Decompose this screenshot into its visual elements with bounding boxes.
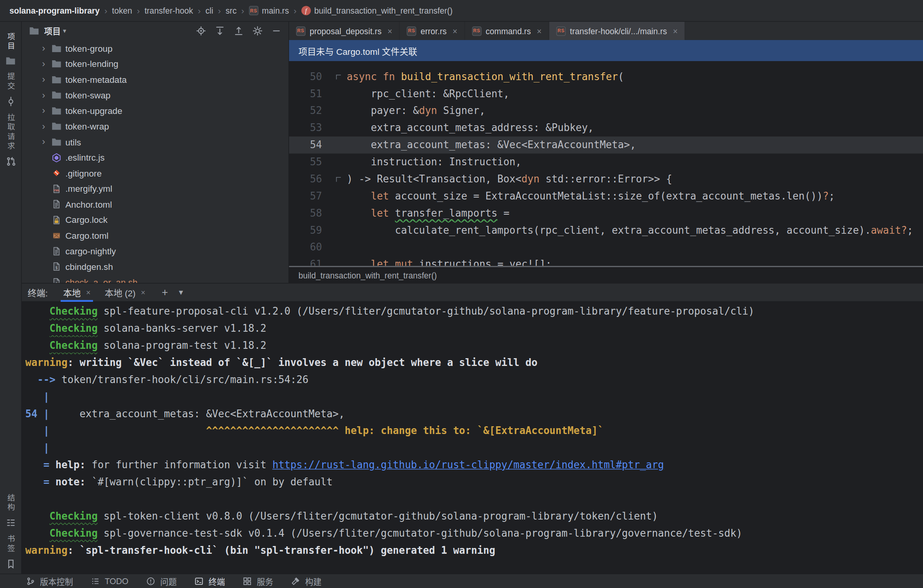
project-panel-title[interactable]: 项目 — [44, 25, 60, 37]
status-bar-item-services[interactable]: 服务 — [243, 576, 274, 587]
terminal-text — [25, 340, 49, 351]
code-token: = — [497, 205, 509, 222]
tree-item-token-wrap[interactable]: ›token-wrap — [22, 119, 288, 134]
code-editor[interactable]: 50async fn build_transaction_with_rent_t… — [289, 61, 923, 266]
tree-item-token-group[interactable]: ›token-group — [22, 40, 288, 56]
yml-file-icon: YML — [51, 184, 62, 193]
status-bar-item-build[interactable]: 构建 — [291, 576, 322, 587]
tree-item-.gitignore[interactable]: .gitignore — [22, 165, 288, 181]
project-view-icon — [29, 26, 39, 35]
close-icon[interactable]: × — [86, 288, 90, 297]
status-bar-item-todo[interactable]: TODO — [91, 577, 128, 586]
tool-strip-item-commit[interactable]: 提交 — [5, 72, 16, 107]
status-bar-item-vcs[interactable]: 版本控制 — [26, 576, 73, 587]
tree-item-check_a_or_an.sh[interactable]: $check_a_or_an.sh — [22, 275, 288, 283]
line-number: 53 — [289, 119, 330, 136]
tree-item-label: token-swap — [65, 90, 111, 100]
tree-item-utils[interactable]: ›utils — [22, 134, 288, 150]
code-token: std::error::Error>> { — [540, 171, 672, 188]
file-file-icon — [51, 246, 62, 256]
terminal-tab[interactable]: 本地× — [56, 283, 98, 302]
close-icon[interactable]: × — [141, 288, 145, 297]
code-line: 52 payer: &dyn Signer, — [289, 102, 923, 119]
status-bar-item-problems[interactable]: 问题 — [146, 576, 177, 587]
fold-marker-icon[interactable] — [336, 177, 341, 182]
clippy-doc-link[interactable]: https://rust-lang.github.io/rust-clippy/… — [272, 459, 664, 471]
tool-strip-item-pull-request[interactable]: 拉取请求 — [5, 114, 16, 166]
terminal-line: 54 | extra_account_metas: &Vec<ExtraAcco… — [25, 405, 923, 422]
tree-item-token-metadata[interactable]: ›token-metadata — [22, 72, 288, 88]
terminal-text: Checking — [49, 527, 98, 539]
close-icon[interactable]: × — [453, 26, 457, 35]
fold-marker-icon[interactable] — [336, 74, 341, 79]
editor-tab[interactable]: RStransfer-hook/cli/.../main.rs× — [549, 22, 686, 40]
terminal-tab[interactable]: 本地 (2)× — [98, 283, 153, 302]
tool-strip-item-bookmarks[interactable]: 书签 — [5, 535, 16, 569]
tree-item-token-swap[interactable]: ›token-swap — [22, 88, 288, 103]
terminal-line: Checking spl-feature-proposal-cli v1.2.0… — [25, 303, 923, 320]
rust-file-icon: RS — [249, 6, 258, 15]
chevron-right-icon[interactable]: › — [39, 121, 47, 131]
collapse-all-icon[interactable] — [234, 26, 244, 36]
gear-icon[interactable] — [253, 26, 263, 36]
editor-tab-bar: RSproposal_deposit.rs×RSerror.rs×RScomma… — [289, 22, 923, 40]
tree-item-cargo-nightly[interactable]: cargo-nightly — [22, 243, 288, 259]
breadcrumb-item-label: build_transaction_with_rent_transfer() — [314, 6, 453, 15]
editor-tab[interactable]: RScommand.rs× — [465, 22, 549, 40]
build-icon — [291, 577, 300, 586]
breadcrumb-separator: › — [137, 5, 140, 16]
breadcrumb-item[interactable]: token — [112, 6, 132, 15]
chevron-right-icon[interactable]: › — [39, 136, 47, 147]
tree-item-.eslintrc.js[interactable]: .eslintrc.js — [22, 150, 288, 165]
tree-item-.mergify.yml[interactable]: YML.mergify.yml — [22, 181, 288, 196]
chevron-right-icon[interactable]: › — [39, 43, 47, 54]
tree-item-token-upgrade[interactable]: ›token-upgrade — [22, 103, 288, 119]
breadcrumb-item[interactable]: transfer-hook — [144, 6, 193, 15]
chevron-down-icon[interactable]: ▾ — [63, 27, 66, 35]
chevron-right-icon[interactable]: › — [39, 74, 47, 85]
tree-item-label: .eslintrc.js — [65, 152, 105, 163]
terminal-text: warning — [25, 357, 67, 368]
tree-item-cbindgen.sh[interactable]: $cbindgen.sh — [22, 259, 288, 275]
tree-item-Anchor.toml[interactable]: Anchor.toml — [22, 196, 288, 212]
target-icon[interactable] — [196, 26, 206, 36]
terminal-header: 终端: 本地×本地 (2)× + ▼ — [22, 283, 923, 302]
close-icon[interactable]: × — [673, 26, 677, 35]
fold-column — [330, 102, 347, 119]
code-token: ; — [829, 188, 835, 205]
expand-all-icon[interactable] — [215, 26, 225, 36]
status-bar-item-terminal[interactable]: 终端 — [195, 576, 225, 587]
breadcrumb-item[interactable]: src — [226, 6, 237, 15]
eslint-file-icon — [51, 153, 62, 162]
chevron-right-icon[interactable]: › — [39, 105, 47, 116]
hide-icon[interactable] — [271, 26, 281, 36]
terminal-text: warning — [25, 544, 67, 556]
project-panel: 项目 ▾ ›token-group›token-lending›token-me… — [22, 22, 289, 283]
terminal-text: help: — [55, 459, 91, 471]
editor-tab[interactable]: RSproposal_deposit.rs× — [289, 22, 400, 40]
close-icon[interactable]: × — [388, 26, 392, 35]
rust-file-icon: RS — [407, 26, 416, 35]
tree-item-token-lending[interactable]: ›token-lending — [22, 56, 288, 72]
terminal-panel-title: 终端: — [28, 286, 48, 299]
editor-tab[interactable]: RSerror.rs× — [400, 22, 465, 40]
tool-strip-item-structure[interactable]: 结构 — [5, 494, 16, 528]
breadcrumb-item[interactable]: solana-program-library — [9, 6, 100, 15]
terminal-text: `#[warn(clippy::ptr_arg)]` on by default — [91, 476, 332, 488]
breadcrumb-item[interactable]: fbuild_transaction_with_rent_transfer() — [301, 6, 453, 15]
terminal-output[interactable]: Checking spl-feature-proposal-cli v1.2.0… — [22, 302, 923, 574]
breadcrumb-item-label: main.rs — [262, 6, 289, 15]
tree-item-Cargo.lock[interactable]: Cargo.lock — [22, 212, 288, 228]
new-terminal-tab-button[interactable]: + — [162, 286, 168, 299]
breadcrumb-item[interactable]: RSmain.rs — [249, 6, 289, 15]
chevron-right-icon[interactable]: › — [39, 59, 47, 69]
tool-strip-item-folder[interactable]: 项目 — [5, 32, 16, 65]
editor-breadcrumb-item[interactable]: build_transaction_with_rent_transfer() — [298, 270, 437, 280]
terminal-text: solana-banks-server v1.18.2 — [98, 322, 267, 334]
tree-item-Cargo.toml[interactable]: Cargo.toml — [22, 228, 288, 243]
breadcrumb-item[interactable]: cli — [205, 6, 213, 15]
left-tool-strip: 项目提交拉取请求 结构书签 — [0, 22, 22, 574]
chevron-right-icon[interactable]: › — [39, 90, 47, 100]
close-icon[interactable]: × — [537, 26, 542, 35]
terminal-tab-dropdown-icon[interactable]: ▼ — [177, 288, 184, 296]
